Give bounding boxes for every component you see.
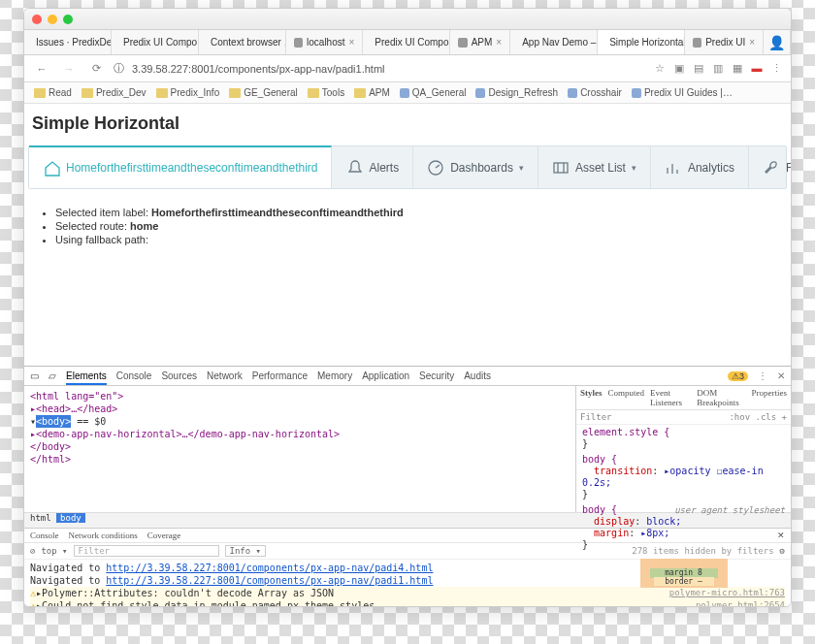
browser-tab[interactable]: APM× [450, 30, 510, 54]
folder-icon [354, 88, 366, 98]
bookmark-item[interactable]: Predix_Dev [82, 87, 147, 98]
back-button[interactable]: ← [32, 63, 51, 75]
css-rule[interactable]: body {… transition: ▸opacity ☐ease-in 0.… [576, 452, 791, 502]
console-tab[interactable]: Console [30, 531, 59, 540]
filter-input[interactable]: Filter [74, 545, 219, 557]
devtools-tab[interactable]: Security [419, 370, 454, 381]
browser-tab[interactable]: Issues · PredixDe…× [24, 30, 112, 54]
console-tab[interactable]: Network conditions [69, 531, 138, 540]
nav-item-gauge[interactable]: Dashboards▾ [413, 146, 538, 188]
svg-rect-1 [554, 163, 568, 173]
menu-icon[interactable]: ⋮ [769, 62, 783, 75]
devtools-tab[interactable]: Console [116, 370, 152, 381]
devtools-tab[interactable]: Performance [252, 370, 308, 381]
browser-tab[interactable]: Context browser …× [199, 30, 286, 54]
zoom-icon[interactable] [63, 15, 73, 24]
close-icon[interactable]: × [349, 37, 355, 48]
close-icon[interactable]: × [496, 37, 502, 48]
devtools-tab[interactable]: Memory [317, 370, 352, 381]
dom-line[interactable]: </html> [30, 453, 570, 466]
browser-tab[interactable]: App Nav Demo – …× [510, 30, 598, 54]
nav-item-home[interactable]: Homeforthefirsttimeandtheseconftimeandth… [29, 145, 332, 188]
close-icon[interactable]: ✕ [777, 531, 785, 540]
warning-badge[interactable]: ⚠3 [728, 371, 748, 381]
ext-icon[interactable]: ▦ [731, 62, 744, 75]
hidden-count: 278 items hidden by filters [632, 546, 773, 556]
nav-item-wrench[interactable]: Repair_Asset [749, 146, 791, 188]
ext-icon[interactable]: ▤ [692, 62, 705, 75]
tab-label: Issues · PredixDe… [36, 37, 112, 48]
url-field[interactable]: 3.39.58.227:8001/components/px-app-nav/p… [132, 63, 645, 75]
devtools-tab[interactable]: Audits [464, 370, 491, 381]
console-line[interactable]: ⚠▸Could not find style data in module na… [30, 599, 785, 607]
bookmark-label: Read [49, 87, 72, 98]
devtools-tab[interactable]: Elements [66, 370, 107, 385]
styles-pane: StylesComputedEvent ListenersDOM Breakpo… [575, 386, 791, 512]
box-model: margin 8 border – [640, 559, 728, 588]
bookmark-item[interactable]: Predix UI Guides |… [632, 87, 733, 98]
device-icon[interactable]: ▱ [49, 370, 56, 381]
browser-tab[interactable]: Predix UI Compo…× [363, 30, 450, 54]
browser-tab[interactable]: Predix UI× [685, 30, 764, 54]
dom-line[interactable]: ▾<body> == $0 [30, 415, 570, 428]
close-icon[interactable] [32, 15, 42, 24]
profile-icon[interactable]: 👤 [764, 30, 791, 54]
clear-icon[interactable]: ⊘ [30, 546, 35, 556]
flag-icon[interactable]: ▬ [750, 62, 764, 75]
devtools-tab[interactable]: Sources [161, 370, 197, 381]
ext-icon[interactable]: ▥ [711, 62, 725, 75]
dom-tree[interactable]: <html lang="en"> ▸<head>…</head>▾<body> … [24, 386, 575, 512]
reload-button[interactable]: ⟳ [86, 62, 106, 75]
dom-line[interactable]: </body> [30, 440, 570, 453]
styles-tab[interactable]: Styles [580, 388, 603, 407]
nav-item-analytics[interactable]: Analytics [651, 146, 749, 188]
bookmark-item[interactable]: Predix_Info [156, 87, 220, 98]
devtools-tab[interactable]: Network [207, 370, 243, 381]
forward-button[interactable]: → [59, 63, 79, 75]
favicon-icon [458, 38, 467, 48]
filter-input[interactable]: Filter [580, 412, 612, 422]
bookmark-item[interactable]: Tools [308, 87, 344, 98]
list-item: Selected route: home [55, 220, 787, 232]
level-select[interactable]: Info ▾ [225, 545, 267, 557]
dom-line[interactable]: ▸<demo-app-nav-horizontal>…</demo-app-na… [30, 428, 570, 440]
bookmark-item[interactable]: QA_General [400, 87, 467, 98]
site-info-icon[interactable]: ⓘ [114, 61, 124, 76]
bookmark-item[interactable]: Read [34, 87, 72, 98]
browser-tab[interactable]: Simple Horizontal× [598, 30, 685, 54]
console-line[interactable]: ⚠▸Polymer::Attributes: couldn't decode A… [30, 587, 785, 599]
analytics-icon [665, 159, 682, 177]
bookmark-label: Tools [322, 87, 344, 98]
bookmark-item[interactable]: Crosshair [568, 87, 622, 98]
devtools-tabs: ▭ ▱ ElementsConsoleSourcesNetworkPerform… [24, 367, 791, 386]
tab-label: Predix UI Compo… [123, 37, 199, 48]
console-tab[interactable]: Coverage [147, 531, 180, 540]
star-icon[interactable]: ☆ [653, 62, 667, 75]
folder-icon [34, 88, 46, 98]
gear-icon[interactable]: ⚙ [780, 546, 785, 556]
browser-tab[interactable]: Predix UI Compo…× [112, 30, 199, 54]
inspect-icon[interactable]: ▭ [30, 370, 39, 381]
bookmark-item[interactable]: Design_Refresh [475, 87, 558, 98]
styles-tab[interactable]: DOM Breakpoints [697, 388, 745, 407]
styles-tab[interactable]: Properties [752, 388, 788, 407]
dom-line[interactable]: <html lang="en"> [30, 390, 570, 402]
minimize-icon[interactable] [48, 15, 57, 24]
close-icon[interactable]: ✕ [777, 370, 785, 381]
styles-tab[interactable]: Event Listeners [650, 388, 691, 407]
bookmark-item[interactable]: GE_General [229, 87, 298, 98]
css-rule[interactable]: element.style {} [576, 425, 791, 452]
ext-icon[interactable]: ▣ [672, 62, 686, 75]
bookmark-label: Predix UI Guides |… [644, 87, 733, 98]
devtools-tab[interactable]: Application [362, 370, 409, 381]
nav-item-asset[interactable]: Asset List▾ [538, 146, 651, 188]
close-icon[interactable]: × [749, 37, 755, 48]
nav-item-bell[interactable]: Alerts [332, 146, 413, 188]
bookmark-item[interactable]: APM [354, 87, 390, 98]
styles-tab[interactable]: Computed [608, 388, 645, 407]
hov-toggle[interactable]: :hov .cls + [729, 412, 787, 422]
dom-line[interactable]: ▸<head>…</head> [30, 402, 570, 415]
context-select[interactable]: top ▾ [41, 546, 67, 556]
browser-tab[interactable]: localhost× [286, 30, 363, 54]
gear-icon[interactable]: ⋮ [758, 370, 767, 381]
